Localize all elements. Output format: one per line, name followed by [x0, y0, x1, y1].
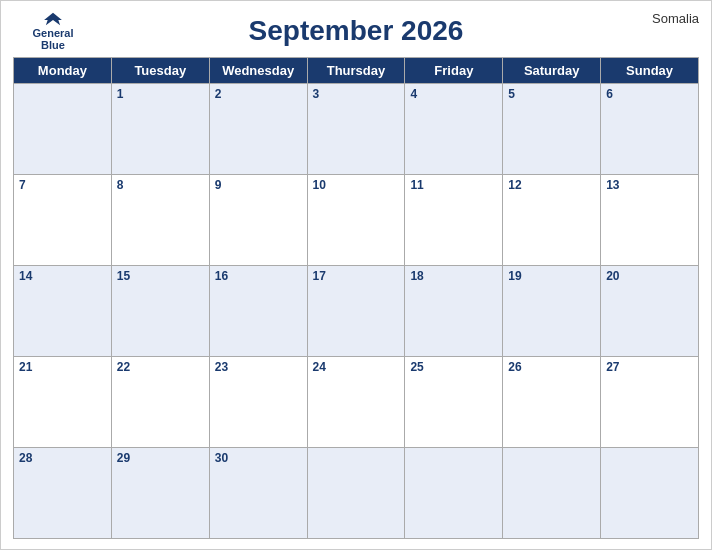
- day-cell: 23: [210, 357, 308, 448]
- day-number: 4: [410, 87, 417, 101]
- day-number: 20: [606, 269, 619, 283]
- day-cell: 25: [405, 357, 503, 448]
- day-cell: 16: [210, 266, 308, 357]
- logo-blue-text: Blue: [41, 39, 65, 51]
- day-cell: 6: [601, 84, 699, 175]
- day-number: 11: [410, 178, 423, 192]
- day-cell: 19: [503, 266, 601, 357]
- day-cell: 3: [308, 84, 406, 175]
- day-number: 19: [508, 269, 521, 283]
- day-cell: 15: [112, 266, 210, 357]
- day-number: 12: [508, 178, 521, 192]
- day-number: 26: [508, 360, 521, 374]
- day-cell: 2: [210, 84, 308, 175]
- day-cell: [503, 448, 601, 539]
- day-number: 2: [215, 87, 222, 101]
- day-header-saturday: Saturday: [503, 58, 601, 84]
- day-cell: 9: [210, 175, 308, 266]
- day-number: 28: [19, 451, 32, 465]
- day-cell: 29: [112, 448, 210, 539]
- day-header-wednesday: Wednesday: [210, 58, 308, 84]
- week-row-1: 123456: [14, 84, 699, 175]
- day-cell: [308, 448, 406, 539]
- day-cell: 14: [14, 266, 112, 357]
- day-header-monday: Monday: [14, 58, 112, 84]
- day-number: 7: [19, 178, 26, 192]
- week-row-2: 78910111213: [14, 175, 699, 266]
- day-cell: 21: [14, 357, 112, 448]
- week-row-5: 282930: [14, 448, 699, 539]
- day-cell: 24: [308, 357, 406, 448]
- day-number: 6: [606, 87, 613, 101]
- day-number: 16: [215, 269, 228, 283]
- day-number: 25: [410, 360, 423, 374]
- day-number: 29: [117, 451, 130, 465]
- day-number: 21: [19, 360, 32, 374]
- day-cell: 13: [601, 175, 699, 266]
- day-cell: 27: [601, 357, 699, 448]
- week-row-3: 14151617181920: [14, 266, 699, 357]
- day-cell: 1: [112, 84, 210, 175]
- weeks-container: 1234567891011121314151617181920212223242…: [14, 84, 699, 539]
- day-number: 22: [117, 360, 130, 374]
- day-cell: 20: [601, 266, 699, 357]
- day-cell: 26: [503, 357, 601, 448]
- day-cell: [601, 448, 699, 539]
- country-label: Somalia: [652, 11, 699, 26]
- logo-general-text: General: [33, 27, 74, 39]
- day-header-thursday: Thursday: [308, 58, 406, 84]
- day-header-tuesday: Tuesday: [112, 58, 210, 84]
- calendar: General Blue September 2026 Somalia Mond…: [0, 0, 712, 550]
- day-cell: 7: [14, 175, 112, 266]
- day-cell: 18: [405, 266, 503, 357]
- day-cell: 8: [112, 175, 210, 266]
- day-cell: [14, 84, 112, 175]
- day-number: 1: [117, 87, 124, 101]
- day-cell: 4: [405, 84, 503, 175]
- day-cell: 5: [503, 84, 601, 175]
- day-number: 18: [410, 269, 423, 283]
- day-number: 23: [215, 360, 228, 374]
- svg-marker-0: [44, 13, 62, 25]
- day-number: 14: [19, 269, 32, 283]
- day-cell: 10: [308, 175, 406, 266]
- calendar-title: September 2026: [249, 15, 464, 47]
- day-header-sunday: Sunday: [601, 58, 699, 84]
- day-number: 10: [313, 178, 326, 192]
- day-cell: 22: [112, 357, 210, 448]
- day-number: 9: [215, 178, 222, 192]
- day-number: 15: [117, 269, 130, 283]
- day-headers-row: MondayTuesdayWednesdayThursdayFridaySatu…: [14, 58, 699, 84]
- day-cell: 28: [14, 448, 112, 539]
- calendar-grid: MondayTuesdayWednesdayThursdayFridaySatu…: [13, 57, 699, 539]
- day-number: 5: [508, 87, 515, 101]
- day-number: 24: [313, 360, 326, 374]
- day-number: 30: [215, 451, 228, 465]
- week-row-4: 21222324252627: [14, 357, 699, 448]
- day-cell: 17: [308, 266, 406, 357]
- logo: General Blue: [13, 11, 93, 51]
- day-number: 3: [313, 87, 320, 101]
- day-cell: [405, 448, 503, 539]
- day-cell: 30: [210, 448, 308, 539]
- calendar-header: General Blue September 2026 Somalia: [13, 11, 699, 51]
- day-number: 17: [313, 269, 326, 283]
- day-cell: 11: [405, 175, 503, 266]
- day-number: 27: [606, 360, 619, 374]
- day-number: 13: [606, 178, 619, 192]
- day-number: 8: [117, 178, 124, 192]
- logo-bird-icon: [42, 11, 64, 27]
- day-cell: 12: [503, 175, 601, 266]
- day-header-friday: Friday: [405, 58, 503, 84]
